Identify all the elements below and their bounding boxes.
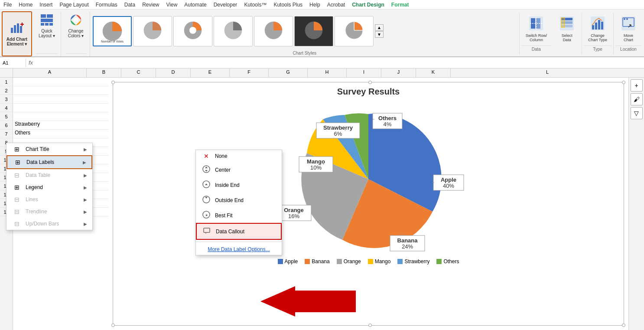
sub-center[interactable]: Center	[196, 162, 282, 177]
legend-mango-color	[368, 259, 373, 264]
menu-acrobat[interactable]: Acrobat	[327, 2, 345, 8]
dropdown-chart-title[interactable]: ⊞ Chart Title	[7, 143, 92, 155]
menu-format[interactable]: Format	[391, 2, 409, 8]
handle-tr[interactable]	[622, 81, 625, 84]
menu-kutools[interactable]: Kutools™	[244, 2, 267, 8]
chart-style-1[interactable]: Number of Votes	[93, 16, 132, 46]
cell-row-6[interactable]: Strawberry	[13, 121, 108, 130]
sub-outside-end[interactable]: Outside End	[196, 193, 282, 208]
dropdown-lines[interactable]: ⊟ Lines	[7, 193, 92, 206]
select-data-button[interactable]: SelectData	[554, 13, 580, 45]
dropdown-data-table-label: Data Table	[26, 172, 50, 178]
sub-inside-end[interactable]: Inside End	[196, 177, 282, 193]
ribbon-divider-3	[613, 13, 614, 55]
dropdown-legend[interactable]: ⊞ Legend	[7, 181, 92, 193]
chart-legend: Apple Banana Orange Mango	[247, 258, 490, 265]
legend-apple-color	[278, 259, 283, 264]
inside-end-icon	[201, 180, 211, 190]
sub-data-callout[interactable]: Data Callout	[196, 223, 282, 240]
scroll-up[interactable]: ▲	[375, 24, 384, 31]
col-header-h[interactable]: H	[308, 69, 347, 77]
menu-insert[interactable]: Insert	[39, 2, 52, 8]
col-header-l[interactable]: L	[451, 69, 644, 77]
sub-best-fit[interactable]: ★ Best Fit	[196, 208, 282, 223]
menu-developer[interactable]: Developer	[214, 2, 237, 8]
cell-row-7[interactable]: Others	[13, 130, 108, 138]
handle-br[interactable]	[622, 323, 625, 327]
svg-rect-0	[11, 28, 13, 33]
handle-bm[interactable]	[368, 323, 372, 327]
svg-point-18	[189, 27, 196, 34]
menu-automate[interactable]: Automate	[184, 2, 206, 8]
chart-style-7[interactable]	[335, 16, 374, 46]
svg-marker-41	[205, 167, 208, 168]
cell-row-1[interactable]	[13, 78, 108, 86]
col-header-d[interactable]: D	[156, 69, 191, 77]
menu-chart-design[interactable]: Chart Design	[352, 2, 384, 8]
menu-home[interactable]: Home	[19, 2, 33, 8]
legend-mango-label: Mango	[375, 258, 391, 265]
sidebar-brush-btn[interactable]: 🖌	[631, 93, 643, 105]
handle-tm[interactable]	[368, 81, 372, 84]
sub-center-label: Center	[215, 167, 231, 173]
cell-row-3[interactable]	[13, 95, 108, 104]
select-data-group: SelectData	[553, 11, 581, 56]
legend-icon: ⊞	[12, 184, 22, 191]
menu-help[interactable]: Help	[309, 2, 320, 8]
quick-layout-button[interactable]: QuickLayout ▾	[36, 13, 57, 39]
menu-data[interactable]: Data	[124, 2, 135, 8]
legend-orange: Orange	[337, 258, 361, 265]
col-header-a[interactable]: A	[13, 69, 87, 77]
legend-strawberry: Strawberry	[397, 258, 429, 265]
col-header-f[interactable]: F	[230, 69, 269, 77]
handle-tl[interactable]	[111, 81, 115, 84]
change-colors-button[interactable]: ChangeColors ▾	[65, 13, 86, 39]
menu-view[interactable]: View	[166, 2, 178, 8]
menu-review[interactable]: Review	[142, 2, 159, 8]
ribbon-divider-2	[582, 13, 582, 55]
menu-formulas[interactable]: Formulas	[96, 2, 117, 8]
sub-more-options[interactable]: More Data Label Options...	[196, 244, 282, 255]
sidebar-plus-btn[interactable]: +	[631, 79, 643, 91]
col-header-g[interactable]: G	[269, 69, 308, 77]
chart-style-6[interactable]	[294, 16, 333, 46]
menu-kutools-plus[interactable]: Kutools Plus	[273, 2, 302, 8]
chart-style-5[interactable]	[254, 16, 293, 46]
menu-file[interactable]: File	[3, 2, 12, 8]
handle-bl[interactable]	[111, 323, 115, 327]
switch-row-col-button[interactable]: Switch Row/Column	[521, 13, 552, 45]
col-header-e[interactable]: E	[191, 69, 230, 77]
sidebar-filter-btn[interactable]: ▽	[631, 107, 643, 119]
dropdown-trendline[interactable]: ⊟ Trendline	[7, 206, 92, 218]
dropdown-updown-bars[interactable]: ⊟ Up/Down Bars	[7, 218, 92, 230]
chart-style-2[interactable]	[133, 16, 172, 46]
move-chart-button[interactable]: MoveChart	[615, 13, 641, 45]
scroll-down[interactable]: ▼	[375, 31, 384, 38]
col-header-c[interactable]: C	[121, 69, 156, 77]
cell-row-4[interactable]	[13, 104, 108, 112]
row-num-1: 1	[0, 78, 13, 86]
change-chart-type-button[interactable]: ChangeChart Type	[584, 13, 611, 45]
svg-rect-30	[561, 18, 565, 27]
formula-input[interactable]	[36, 62, 644, 64]
svg-rect-2	[17, 23, 19, 33]
cell-row-2[interactable]	[13, 86, 108, 95]
add-chart-element-button[interactable]: Add ChartElement ▾	[2, 11, 32, 56]
menu-page-layout[interactable]: Page Layout	[59, 2, 88, 8]
dropdown-data-table[interactable]: ⊟ Data Table	[7, 169, 92, 181]
name-box[interactable]: A1	[0, 59, 26, 67]
label-orange-pct: 16%	[288, 213, 299, 219]
sub-outside-end-label: Outside End	[215, 197, 244, 203]
chart-styles-scroll[interactable]: ▲ ▼	[375, 24, 384, 38]
dropdown-data-labels[interactable]: ⊞ Data Labels	[7, 155, 92, 169]
col-header-j[interactable]: J	[381, 69, 416, 77]
label-strawberry-name: Strawberry	[323, 124, 353, 131]
col-header-b[interactable]: B	[87, 69, 121, 77]
chart-style-3[interactable]	[173, 16, 212, 46]
sub-none[interactable]: ✕ None	[196, 150, 282, 162]
cell-row-5[interactable]	[13, 112, 108, 121]
chart-style-4[interactable]	[214, 16, 253, 46]
col-header-k[interactable]: K	[416, 69, 451, 77]
col-header-i[interactable]: I	[347, 69, 381, 77]
move-chart-group: MoveChart Location	[615, 11, 642, 56]
